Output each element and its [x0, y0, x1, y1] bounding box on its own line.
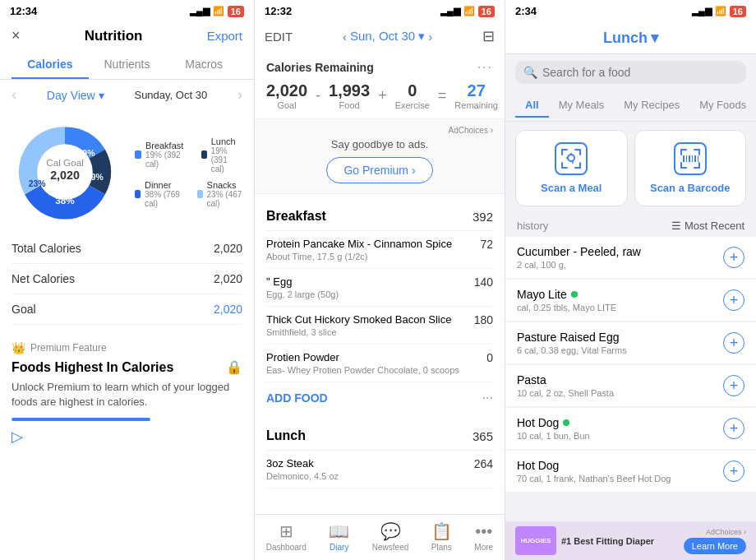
- current-date: Sunday, Oct 30: [134, 89, 207, 101]
- nutrition-header: × Nutrition Export: [0, 22, 254, 51]
- close-button[interactable]: ×: [12, 27, 21, 44]
- diary-icon: 📖: [329, 521, 349, 541]
- go-premium-button[interactable]: Go Premium ›: [326, 157, 432, 183]
- add-hotdog-bun-button[interactable]: +: [723, 418, 744, 439]
- verified-icon: [571, 291, 578, 298]
- prev-day-button[interactable]: ‹: [12, 86, 16, 104]
- filter-my-meals[interactable]: My Meals: [549, 94, 615, 118]
- meal-title-dropdown[interactable]: Lunch ▾: [603, 29, 658, 47]
- exercise-label: Exercise: [395, 100, 430, 110]
- legend-row-2: Dinner38% (769 cal) Snacks23% (467 cal): [135, 180, 242, 208]
- prev-date-button[interactable]: ‹: [343, 30, 347, 44]
- svg-rect-3: [579, 149, 581, 155]
- goal-label: Goal: [266, 100, 307, 110]
- day-view-label[interactable]: Day View ▾: [47, 89, 104, 102]
- legend-dot-lunch: [201, 150, 206, 159]
- svg-rect-1: [561, 149, 563, 155]
- remaining-value: 27: [454, 81, 498, 100]
- current-date-label[interactable]: Sun, Oct 30 ▾: [350, 29, 425, 44]
- add-egg-button[interactable]: +: [723, 332, 744, 354]
- minus-op: -: [316, 87, 320, 104]
- status-bar-2: 12:32 ▂▄▆ 📶 16: [255, 0, 505, 22]
- cal-exercise: 0 Exercise: [395, 81, 430, 110]
- history-header: history ☰ Most Recent: [505, 215, 756, 237]
- filter-my-recipes[interactable]: My Recipes: [614, 94, 689, 118]
- search-input-wrap: 🔍: [515, 61, 746, 84]
- ad-arrow-icon: ▷: [12, 428, 242, 446]
- meal-lunch-header: Lunch 365: [266, 422, 493, 451]
- calories-remaining-card: Calories Remaining ··· 2,020 Goal - 1,99…: [255, 52, 505, 119]
- svg-rect-12: [698, 149, 700, 155]
- add-cucumber-button[interactable]: +: [723, 247, 744, 268]
- tab-calories[interactable]: Calories: [12, 51, 89, 79]
- nav-dashboard[interactable]: ⊞ Dashboard: [266, 521, 307, 552]
- tab-macros[interactable]: Macros: [165, 51, 242, 79]
- food-item-protein-powder: Protien Powder Eas- Whey Protien Powder …: [266, 345, 493, 382]
- meal-breakfast: Breakfast 392 Protein Pancake Mix - Cinn…: [255, 194, 505, 414]
- next-day-button[interactable]: ›: [237, 86, 242, 104]
- scan-meal-label: Scan a Meal: [541, 182, 602, 194]
- newsfeed-icon: 💬: [380, 521, 401, 541]
- meal-lunch: Lunch 365 3oz Steak Delmonico, 4.5 oz 26…: [255, 414, 505, 488]
- more-icon: •••: [475, 522, 492, 541]
- donut-chart: Cal Goal 2,020 19% 19% 38% 23%: [12, 118, 118, 225]
- legend-dinner: Dinner38% (769 cal): [135, 180, 181, 208]
- meal-breakfast-calories: 392: [472, 210, 493, 224]
- add-food-breakfast[interactable]: ADD FOOD ···: [266, 382, 493, 414]
- export-button[interactable]: Export: [207, 29, 242, 43]
- search-icon: 🔍: [523, 66, 537, 79]
- list-item-pasta: Pasta 10 cal, 2 oz, Shell Pasta +: [505, 365, 756, 407]
- svg-rect-16: [698, 162, 700, 169]
- learn-more-button[interactable]: Learn More: [684, 538, 746, 554]
- nav-more[interactable]: ••• More: [474, 522, 493, 552]
- add-pasta-button[interactable]: +: [723, 375, 744, 396]
- nav-newsfeed[interactable]: 💬 Newsfeed: [372, 521, 408, 552]
- pct-dinner: 38%: [55, 195, 75, 206]
- pct-snacks: 23%: [29, 179, 46, 188]
- ad-choices-label: AdChoices ›: [266, 126, 493, 135]
- chart-legend: Breakfast19% (392 cal) Lunch19% (391 cal…: [135, 137, 242, 208]
- search-bar: 🔍: [505, 54, 756, 90]
- list-item-mayo: Mayo Lite cal, 0.25 tbls, Mayo LITE +: [505, 280, 756, 322]
- date-navigator: ‹ Sun, Oct 30 ▾ ›: [343, 29, 432, 44]
- panel-diary: 12:32 ▂▄▆ 📶 16 EDIT ‹ Sun, Oct 30 ▾ › ⊟ …: [255, 0, 505, 560]
- premium-badge: 👑 Premium Feature: [12, 341, 242, 354]
- meal-breakfast-title: Breakfast: [266, 209, 326, 224]
- search-input[interactable]: [542, 66, 738, 79]
- sort-label: Most Recent: [685, 220, 744, 232]
- add-mayo-button[interactable]: +: [723, 289, 744, 311]
- panel-nutrition: 12:34 ▂▄▆ 📶 16 × Nutrition Export Calori…: [0, 0, 255, 560]
- edit-button[interactable]: EDIT: [265, 30, 293, 44]
- food-history-list: Cucumber - Peeled, raw 2 cal, 100 g, + M…: [505, 237, 756, 521]
- barcode-svg-icon: [679, 147, 702, 170]
- lock-icon: 🔒: [226, 359, 242, 375]
- verified-icon-2: [563, 419, 569, 426]
- filter-my-foods[interactable]: My Foods: [689, 94, 756, 118]
- diary-settings-icon[interactable]: ⊟: [482, 27, 495, 45]
- ad-brand-section: HUGGIES #1 Best Fitting Diaper: [515, 526, 654, 555]
- nav-plans[interactable]: 📋 Plans: [431, 521, 452, 552]
- nav-diary[interactable]: 📖 Diary: [329, 521, 349, 552]
- more-options-button[interactable]: ···: [477, 60, 493, 75]
- time-3: 2:34: [515, 5, 537, 17]
- status-icons-2: ▂▄▆ 📶 16: [440, 6, 495, 17]
- cal-card-header: Calories Remaining ···: [266, 60, 493, 75]
- svg-rect-7: [579, 162, 581, 169]
- filter-all[interactable]: All: [515, 94, 549, 118]
- stats-section: Total Calories 2,020 Net Calories 2,020 …: [0, 234, 254, 325]
- add-hotdog-frank-button[interactable]: +: [723, 460, 744, 482]
- cal-goal: 2,020 Goal: [266, 81, 307, 110]
- next-date-button[interactable]: ›: [428, 30, 432, 44]
- list-item-hotdog-frank: Hot Dog 70 cal, 1 frank, Nathan's Beef H…: [505, 451, 756, 493]
- premium-title: Foods Highest In Calories 🔒: [12, 359, 242, 375]
- scan-barcode-card[interactable]: Scan a Barcode: [634, 130, 747, 206]
- sort-button[interactable]: ☰ Most Recent: [671, 220, 744, 232]
- tab-nutrients[interactable]: Nutrients: [89, 51, 166, 79]
- premium-section: 👑 Premium Feature Foods Highest In Calor…: [0, 330, 254, 457]
- meal-lunch-title: Lunch: [266, 428, 306, 443]
- add-food-more-icon[interactable]: ···: [482, 391, 493, 405]
- svg-rect-10: [680, 149, 682, 155]
- meals-scroll: Breakfast 392 Protein Pancake Mix - Cinn…: [255, 194, 505, 514]
- scan-meal-card[interactable]: Scan a Meal: [515, 130, 628, 206]
- food-label: Food: [329, 100, 370, 110]
